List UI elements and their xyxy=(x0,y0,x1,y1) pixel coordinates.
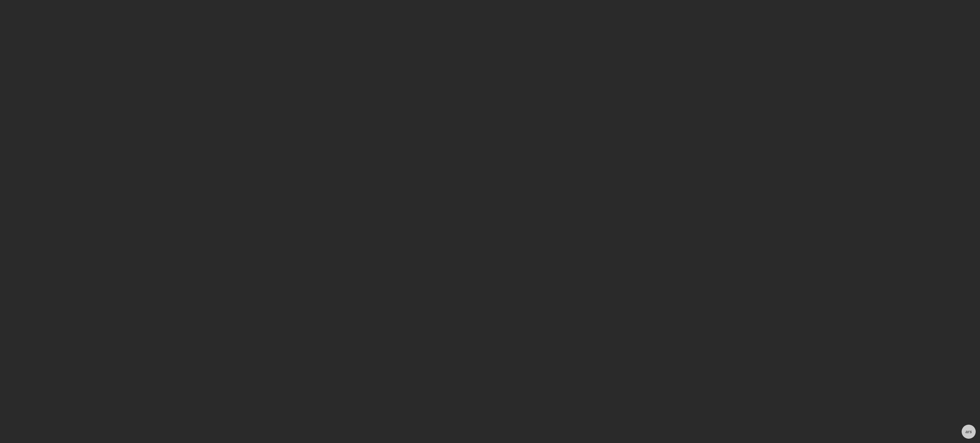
app-grid-page xyxy=(0,0,980,12)
